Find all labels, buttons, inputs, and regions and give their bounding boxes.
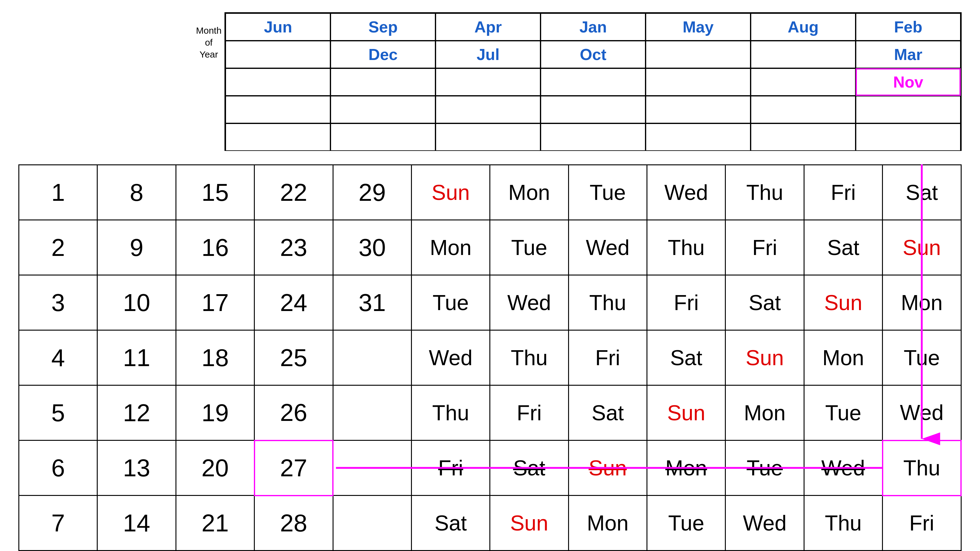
month-cell-r0-c6: Feb — [856, 13, 961, 41]
month-cell-r4-c5: . — [751, 123, 856, 151]
day-name-r4-c6: Wed — [883, 385, 961, 440]
day-num-r3-c3: 25 — [255, 330, 333, 385]
month-cell-r3-c6: . — [856, 96, 961, 123]
day-name-r5-c4: Tue — [725, 440, 804, 495]
month-cell-r3-c4: . — [646, 96, 751, 123]
day-num-r3-c2: 18 — [176, 330, 254, 385]
day-num-r0-c0: 1 — [19, 165, 97, 220]
month-cell-r4-c1: . — [331, 123, 436, 151]
day-name-r0-c6: Sat — [883, 165, 961, 220]
day-num-r4-c0: 5 — [19, 385, 97, 440]
day-num-r0-c1: 8 — [97, 165, 176, 220]
month-cell-r0-c0: Jun — [225, 13, 331, 41]
day-num-r3-c4 — [333, 330, 411, 385]
day-name-r4-c2: Sat — [568, 385, 647, 440]
day-num-r0-c4: 29 — [333, 165, 411, 220]
month-cell-r0-c3: Jan — [541, 13, 646, 41]
day-num-r4-c2: 19 — [176, 385, 254, 440]
day-name-r4-c3: Sun — [647, 385, 725, 440]
month-of-year-label: Month of Year — [196, 24, 221, 60]
day-name-r0-c0: Sun — [411, 165, 490, 220]
day-name-r1-c0: Mon — [411, 220, 490, 275]
day-name-r1-c5: Sat — [804, 220, 882, 275]
day-num-r6-c0: 7 — [19, 495, 97, 551]
month-cell-r1-c2: Jul — [436, 41, 541, 68]
day-name-r5-c0: Fri — [411, 440, 490, 495]
day-name-r6-c5: Thu — [804, 495, 882, 551]
month-cell-r1-c1: Dec — [331, 41, 436, 68]
day-name-r2-c6: Mon — [883, 275, 961, 330]
month-cell-r2-c1: . — [331, 68, 436, 96]
day-name-r6-c0: Sat — [411, 495, 490, 551]
day-num-r6-c1: 14 — [97, 495, 176, 551]
day-name-r3-c1: Thu — [490, 330, 568, 385]
top-section: Month of Year JunSepAprJanMayAugFeb.DecJ… — [18, 12, 962, 151]
month-cell-r2-c5: . — [751, 68, 856, 96]
day-name-r3-c4: Sun — [725, 330, 804, 385]
day-num-r2-c0: 3 — [19, 275, 97, 330]
month-cell-r0-c5: Aug — [751, 13, 856, 41]
day-name-r2-c1: Wed — [490, 275, 568, 330]
month-cell-r4-c0: . — [225, 123, 331, 151]
month-cell-r2-c0: . — [225, 68, 331, 96]
page: { "title": { "line1": "One page calendar… — [0, 0, 980, 551]
day-num-r1-c4: 30 — [333, 220, 411, 275]
month-cell-r4-c4: . — [646, 123, 751, 151]
month-cell-r1-c4: . — [646, 41, 751, 68]
day-num-r5-c3: 27 — [255, 440, 333, 495]
day-name-r6-c1: Sun — [490, 495, 568, 551]
day-num-r1-c1: 9 — [97, 220, 176, 275]
month-cell-r2-c3: . — [541, 68, 646, 96]
month-cell-r1-c3: Oct — [541, 41, 646, 68]
month-grid: JunSepAprJanMayAugFeb.DecJulOct..Mar....… — [224, 12, 962, 151]
day-name-r1-c4: Fri — [725, 220, 804, 275]
day-name-r3-c2: Fri — [568, 330, 647, 385]
day-name-r5-c5: Wed — [804, 440, 882, 495]
day-num-r6-c4 — [333, 495, 411, 551]
day-num-r1-c3: 23 — [255, 220, 333, 275]
month-cell-r3-c5: . — [751, 96, 856, 123]
day-name-r6-c3: Tue — [647, 495, 725, 551]
month-cell-r1-c6: Mar — [856, 41, 961, 68]
day-name-r3-c5: Mon — [804, 330, 882, 385]
day-num-r0-c2: 15 — [176, 165, 254, 220]
day-name-r0-c1: Mon — [490, 165, 568, 220]
month-cell-r2-c2: . — [436, 68, 541, 96]
day-name-r1-c3: Thu — [647, 220, 725, 275]
day-num-r0-c3: 22 — [255, 165, 333, 220]
day-name-r5-c3: Mon — [647, 440, 725, 495]
day-name-r4-c4: Mon — [725, 385, 804, 440]
title-block — [18, 12, 196, 18]
day-name-r2-c4: Sat — [725, 275, 804, 330]
day-num-r4-c4 — [333, 385, 411, 440]
day-name-r0-c4: Thu — [725, 165, 804, 220]
day-num-r5-c2: 20 — [176, 440, 254, 495]
day-name-r5-c6: Thu — [883, 440, 961, 495]
month-cell-r1-c5: . — [751, 41, 856, 68]
main-calendar-wrapper: 18152229SunMonTueWedThuFriSat29162330Mon… — [18, 164, 962, 551]
day-num-r2-c2: 17 — [176, 275, 254, 330]
month-cell-r3-c2: . — [436, 96, 541, 123]
day-name-r6-c2: Mon — [568, 495, 647, 551]
main-calendar: 18152229SunMonTueWedThuFriSat29162330Mon… — [18, 164, 962, 551]
day-name-r2-c3: Fri — [647, 275, 725, 330]
month-cell-r1-c0: . — [225, 41, 331, 68]
day-num-r6-c3: 28 — [255, 495, 333, 551]
month-cell-r0-c4: May — [646, 13, 751, 41]
day-num-r1-c0: 2 — [19, 220, 97, 275]
day-num-r2-c4: 31 — [333, 275, 411, 330]
day-name-r1-c6: Sun — [883, 220, 961, 275]
day-num-r5-c0: 6 — [19, 440, 97, 495]
day-num-r1-c2: 16 — [176, 220, 254, 275]
day-name-r0-c2: Tue — [568, 165, 647, 220]
month-cell-r4-c6: . — [856, 123, 961, 151]
day-name-r0-c5: Fri — [804, 165, 882, 220]
day-name-r0-c3: Wed — [647, 165, 725, 220]
day-name-r4-c5: Tue — [804, 385, 882, 440]
day-name-r3-c3: Sat — [647, 330, 725, 385]
month-cell-r4-c2: . — [436, 123, 541, 151]
day-name-r5-c1: Sat — [490, 440, 568, 495]
day-name-r4-c1: Fri — [490, 385, 568, 440]
day-num-r2-c1: 10 — [97, 275, 176, 330]
month-cell-r3-c1: . — [331, 96, 436, 123]
